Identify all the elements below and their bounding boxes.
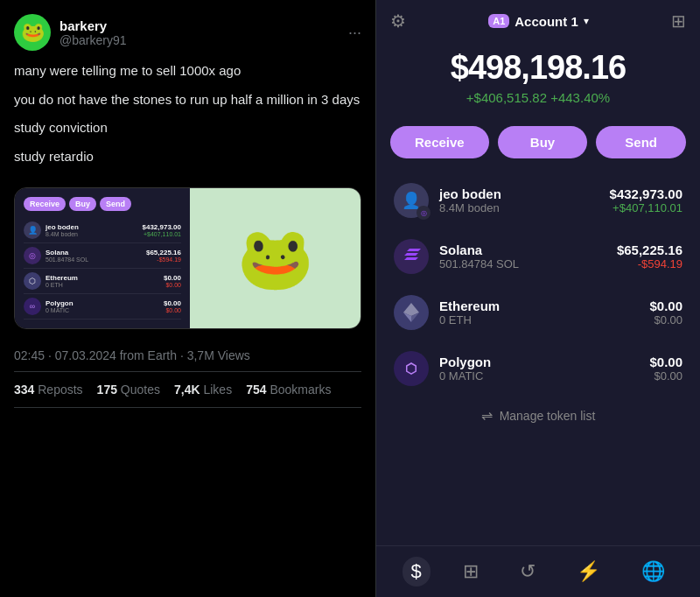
balance-section: $498,198.16 +$406,515.82 +443.40%: [376, 42, 700, 119]
quotes-label: Quotes: [121, 383, 160, 397]
emb-token-poly: ∞ Polygon 0 MATIC $0.00 $0.00: [24, 294, 181, 320]
eth-values: $0.00 $0.00: [649, 298, 682, 327]
reposts-label: Reposts: [38, 383, 82, 397]
send-button[interactable]: Send: [596, 126, 686, 158]
token-row-sol[interactable]: Solana 501.84784 SOL $65,225.16 -$594.19: [387, 228, 690, 284]
poly-values: $0.00 $0.00: [649, 355, 682, 383]
jeo-amount: 8.4M boden: [439, 201, 599, 214]
sol-change: -$594.19: [617, 257, 682, 270]
qr-icon[interactable]: ⊞: [671, 11, 686, 32]
balance-change: +$406,515.82 +443.40%: [390, 90, 686, 105]
emb-token-jeo: 👤 jeo boden 8.4M boden $432,973.00 +$407…: [24, 218, 181, 243]
stat-reposts: 334 Reposts: [14, 383, 83, 397]
account-selector[interactable]: A1 Account 1 ▾: [488, 14, 589, 29]
eth-name: Ethereum: [439, 298, 639, 313]
wallet-action-buttons: Receive Buy Send: [376, 119, 700, 172]
bottom-nav: $ ⊞ ↺ ⚡ 🌐: [376, 545, 700, 597]
account-badge: A1: [488, 14, 509, 28]
token-row-poly[interactable]: Polygon 0 MATIC $0.00 $0.00: [387, 341, 690, 397]
token-row-jeo[interactable]: 👤 ◎ jeo boden 8.4M boden $432,973.00 +$4…: [387, 172, 690, 228]
manage-icon: ⇌: [481, 407, 493, 424]
emb-token-sol: ◎ Solana 501.84784 SOL $65,225.16 -$594.…: [24, 243, 181, 269]
jeo-icon: 👤 ◎: [394, 183, 429, 218]
nav-refresh-icon[interactable]: ↺: [511, 557, 544, 586]
likes-label: Likes: [203, 383, 232, 397]
nav-dollar-icon[interactable]: $: [402, 557, 430, 586]
pepe-image: 🐸: [190, 188, 360, 328]
eth-change: $0.00: [649, 313, 682, 327]
tweet-header: 🐸 barkery @barkery91 ···: [14, 14, 361, 51]
reposts-count: 334: [14, 383, 34, 397]
handle: @barkery91: [60, 33, 126, 47]
poly-icon: [394, 351, 429, 386]
avatar: 🐸: [14, 14, 51, 51]
eth-info: Ethereum 0 ETH: [439, 298, 639, 327]
stat-likes: 7,4K Likes: [174, 383, 232, 397]
tweet-line-3: study conviction: [14, 118, 361, 138]
manage-token-button[interactable]: ⇌ Manage token list: [387, 397, 690, 434]
tweet-line-1: many were telling me to sell 1000x ago: [14, 61, 361, 81]
jeo-info: jeo boden 8.4M boden: [439, 186, 599, 214]
poly-usd: $0.00: [649, 355, 682, 369]
embedded-wallet: Receive Buy Send 👤 jeo boden 8.4M boden …: [15, 188, 190, 328]
sol-values: $65,225.16 -$594.19: [617, 242, 682, 270]
nav-lightning-icon[interactable]: ⚡: [568, 557, 609, 586]
poly-change: $0.00: [649, 369, 682, 383]
emb-receive-btn[interactable]: Receive: [24, 197, 66, 211]
jeo-change: +$407,110.01: [610, 201, 682, 214]
wallet-panel: ⚙ A1 Account 1 ▾ ⊞ $498,198.16 +$406,515…: [376, 0, 700, 597]
tweet-stats: 334 Reposts 175 Quotes 7,4K Likes 754 Bo…: [14, 371, 361, 408]
tweet-line-2: you do not have the stones to run up hal…: [14, 90, 361, 110]
eth-icon: [394, 295, 429, 330]
jeo-name: jeo boden: [439, 186, 599, 201]
author-info: barkery @barkery91: [60, 18, 126, 47]
emb-send-btn[interactable]: Send: [100, 197, 131, 211]
emb-buy-btn[interactable]: Buy: [69, 197, 96, 211]
eth-usd: $0.00: [649, 298, 682, 313]
manage-label: Manage token list: [500, 409, 596, 423]
jeo-usd: $432,973.00: [610, 186, 682, 201]
poly-name: Polygon: [439, 355, 639, 369]
sol-amount: 501.84784 SOL: [439, 257, 606, 270]
stat-bookmarks: 754 Bookmarks: [246, 383, 331, 397]
settings-icon[interactable]: ⚙: [390, 11, 406, 32]
balance-amount: $498,198.16: [390, 49, 686, 87]
poly-amount: 0 MATIC: [439, 369, 639, 383]
stat-quotes: 175 Quotes: [97, 383, 160, 397]
bookmarks-count: 754: [246, 383, 266, 397]
account-name: Account 1: [514, 14, 578, 29]
display-name: barkery: [60, 18, 126, 33]
jeo-values: $432,973.00 +$407,110.01: [610, 186, 682, 214]
more-options-icon[interactable]: ···: [348, 24, 361, 42]
nav-globe-icon[interactable]: 🌐: [633, 557, 674, 586]
token-list: 👤 ◎ jeo boden 8.4M boden $432,973.00 +$4…: [376, 172, 700, 545]
embedded-screenshot: Receive Buy Send 👤 jeo boden 8.4M boden …: [14, 187, 361, 329]
eth-amount: 0 ETH: [439, 313, 639, 327]
poly-info: Polygon 0 MATIC: [439, 355, 639, 383]
likes-count: 7,4K: [174, 383, 200, 397]
sol-icon: [394, 239, 429, 274]
tweet-line-4: study retardio: [14, 147, 361, 167]
buy-button[interactable]: Buy: [498, 126, 588, 158]
nav-grid-icon[interactable]: ⊞: [454, 557, 487, 586]
token-row-eth[interactable]: Ethereum 0 ETH $0.00 $0.00: [387, 284, 690, 341]
bookmarks-label: Bookmarks: [270, 383, 331, 397]
emb-token-eth: ⬡ Ethereum 0 ETH $0.00 $0.00: [24, 269, 181, 294]
chevron-down-icon: ▾: [584, 15, 589, 27]
wallet-header: ⚙ A1 Account 1 ▾ ⊞: [376, 0, 700, 42]
receive-button[interactable]: Receive: [390, 126, 489, 158]
sol-info: Solana 501.84784 SOL: [439, 242, 606, 270]
embedded-action-buttons: Receive Buy Send: [24, 197, 181, 211]
tweet-body: many were telling me to sell 1000x ago y…: [14, 61, 361, 166]
network-badge-jeo: ◎: [416, 206, 430, 220]
twitter-panel: 🐸 barkery @barkery91 ··· many were telli…: [0, 0, 376, 597]
tweet-meta: 02:45 · 07.03.2024 from Earth · 3,7M Vie…: [14, 348, 361, 362]
quotes-count: 175: [97, 383, 117, 397]
sol-name: Solana: [439, 242, 606, 257]
sol-usd: $65,225.16: [617, 242, 682, 257]
tweet-author: 🐸 barkery @barkery91: [14, 14, 126, 51]
